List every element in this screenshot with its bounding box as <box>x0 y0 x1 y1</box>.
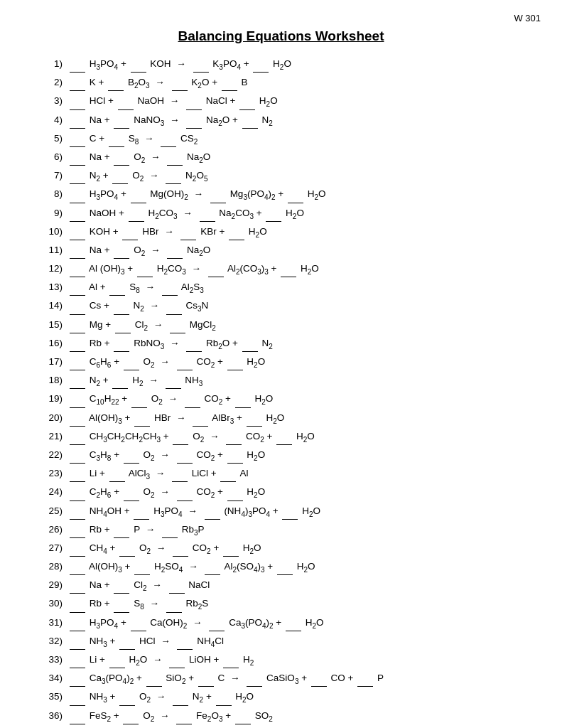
blank <box>109 653 125 668</box>
eq-number: 14) <box>43 299 68 314</box>
eq-number: 6) <box>43 150 68 165</box>
equation-row: 11) Na + O2 → Na2O <box>43 243 519 259</box>
blank <box>247 411 262 427</box>
blank <box>180 225 196 240</box>
eq-number: 30) <box>43 596 68 611</box>
blank <box>229 225 244 240</box>
blank <box>177 486 193 501</box>
equation-row: 24) C2H6 + O2 → CO2 + H2O <box>43 485 519 500</box>
eq-content: Na + O2 → Na2O <box>68 150 519 166</box>
equation-row: 7) N2 + O2 → N2O5 <box>43 168 519 184</box>
eq-number: 12) <box>43 262 68 277</box>
blank <box>134 411 150 427</box>
blank <box>70 579 85 594</box>
blank <box>185 392 200 408</box>
equation-row: 25) NH4OH + H3PO4 → (NH4)3PO4 + H2O <box>43 504 519 520</box>
blank <box>124 486 139 501</box>
blank <box>193 57 209 73</box>
eq-number: 13) <box>43 280 68 295</box>
eq-number: 8) <box>43 187 68 202</box>
eq-content: Rb + S8 → Rb2S <box>68 596 519 612</box>
blank <box>70 448 85 464</box>
blank <box>220 466 236 482</box>
blank <box>70 150 85 166</box>
eq-number: 33) <box>43 653 68 668</box>
eq-content: Ca3(PO4)2 + SiO2 + C → CaSiO3 + CO + P <box>68 671 519 687</box>
blank <box>205 504 220 520</box>
blank <box>70 206 85 222</box>
equation-row: 14) Cs + N2 → Cs3N <box>43 299 519 314</box>
blank <box>162 281 178 296</box>
blank <box>357 671 373 687</box>
blank <box>216 690 232 706</box>
eq-content: H3PO4 + KOH → K3PO4 + H2O <box>68 57 519 73</box>
blank <box>70 168 85 184</box>
blank <box>137 262 153 277</box>
eq-number: 15) <box>43 318 68 333</box>
blank <box>172 75 188 91</box>
equation-row: 10) KOH + HBr → KBr + H2O <box>43 225 519 240</box>
blank <box>70 653 85 668</box>
equation-row: 4) Na + NaNO3 → Na2O + N2 <box>43 113 519 129</box>
equation-row: 3) HCl + NaOH → NaCl + H2O <box>43 94 519 109</box>
blank <box>239 95 255 110</box>
blank <box>114 150 129 166</box>
eq-content: CH3CH2CH2CH3 + O2 → CO2 + H2O <box>68 429 519 445</box>
blank <box>112 168 128 184</box>
blank <box>173 690 188 706</box>
blank <box>169 653 185 668</box>
blank <box>70 671 85 687</box>
blank <box>166 373 181 389</box>
equation-row: 36) FeS2 + O2 → Fe2O3 + SO2 <box>43 709 519 724</box>
blank <box>115 318 131 333</box>
blank <box>70 709 85 724</box>
blank <box>118 95 134 110</box>
blank <box>235 392 251 408</box>
eq-number: 4) <box>43 113 68 128</box>
blank <box>222 75 237 91</box>
eq-content: Cs + N2 → Cs3N <box>68 299 519 314</box>
eq-content: Al(OH)3 + HBr → AlBr3 + H2O <box>68 411 519 427</box>
blank <box>114 597 129 613</box>
blank <box>209 616 225 631</box>
blank <box>114 523 129 538</box>
equation-row: 34) Ca3(PO4)2 + SiO2 + C → CaSiO3 + CO +… <box>43 671 519 687</box>
blank <box>119 541 135 557</box>
equation-row: 18) N2 + H2 → NH3 <box>43 373 519 389</box>
blank <box>226 429 242 445</box>
blank <box>119 634 135 650</box>
eq-number: 19) <box>43 392 68 407</box>
eq-number: 10) <box>43 225 68 240</box>
eq-number: 18) <box>43 373 68 388</box>
eq-content: Rb + P → Rb3P <box>68 523 519 538</box>
eq-content: K + B2O3 → K2O + B <box>68 75 519 91</box>
blank <box>242 336 258 352</box>
equation-row: 6) Na + O2 → Na2O <box>43 150 519 166</box>
equation-row: 9) NaOH + H2CO3 → Na2CO3 + H2O <box>43 206 519 222</box>
blank <box>277 560 293 575</box>
equation-row: 8) H3PO4 + Mg(OH)2 → Mg3(PO4)2 + H2O <box>43 187 519 203</box>
blank <box>227 486 243 501</box>
blank <box>123 709 139 724</box>
blank <box>70 392 85 408</box>
blank <box>131 392 147 408</box>
eq-number: 23) <box>43 466 68 481</box>
blank <box>109 466 125 482</box>
eq-content: NH3 + HCl → NH4Cl <box>68 634 519 650</box>
equation-row: 5) C + S8 → CS2 <box>43 132 519 147</box>
blank <box>70 75 85 91</box>
eq-content: C6H6 + O2 → CO2 + H2O <box>68 355 519 370</box>
eq-content: FeS2 + O2 → Fe2O3 + SO2 <box>68 709 519 724</box>
blank <box>134 504 149 520</box>
eq-number: 29) <box>43 578 68 593</box>
equation-row: 15) Mg + Cl2 → MgCl2 <box>43 318 519 333</box>
blank <box>286 616 301 631</box>
eq-number: 1) <box>43 57 68 72</box>
equation-row: 31) H3PO4 + Ca(OH)2 → Ca3(PO4)2 + H2O <box>43 616 519 631</box>
blank <box>166 597 182 613</box>
eq-number: 34) <box>43 671 68 686</box>
eq-content: H3PO4 + Mg(OH)2 → Mg3(PO4)2 + H2O <box>68 187 519 203</box>
eq-content: Rb + RbNO3 → Rb2O + N2 <box>68 336 519 352</box>
blank <box>70 486 85 501</box>
blank <box>186 336 202 352</box>
